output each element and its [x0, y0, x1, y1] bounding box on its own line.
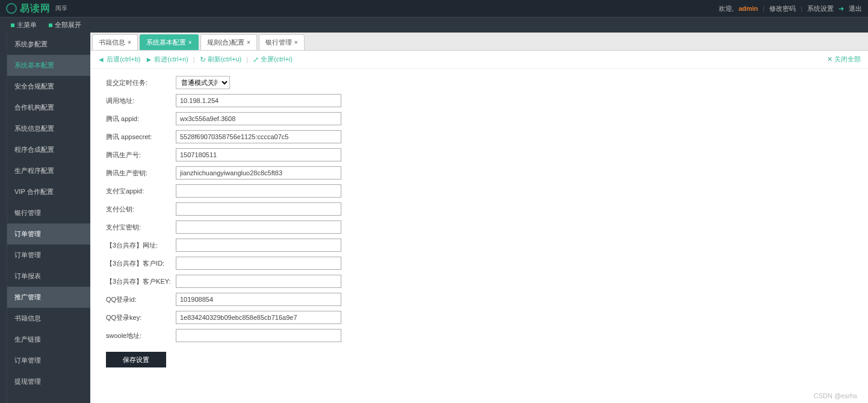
menu-main[interactable]: 主菜单: [11, 20, 37, 30]
form-row-appid: 腾讯 appid:: [106, 112, 852, 125]
tab-rules[interactable]: 规则(合)配置 ×: [200, 34, 257, 50]
form-row-qqid: QQ登录id:: [106, 293, 852, 306]
input-coexurl[interactable]: [176, 239, 341, 252]
close-icon: ✕: [827, 55, 832, 63]
sidebar-item-prodprogram[interactable]: 生产程序配置: [7, 160, 90, 181]
fullscreen-label: 全屏(ctrl+i): [261, 55, 293, 64]
sidebar-item-orderreport[interactable]: 订单报表: [7, 266, 90, 287]
sidebar-item-withdraw[interactable]: 提现管理: [7, 371, 90, 392]
close-icon[interactable]: ×: [294, 39, 298, 46]
sidebar-item-partner[interactable]: 合作机构配置: [7, 97, 90, 118]
forward-button[interactable]: ► 前进(ctrl+n): [145, 55, 188, 64]
input-alipaykey[interactable]: [176, 220, 341, 234]
forward-label: 前进(ctrl+n): [154, 55, 188, 64]
form-row-crontask: 提交定时任务: 普通模式关闭: [106, 76, 852, 89]
label-coexkey: 【3台共存】客户KEY:: [106, 277, 176, 286]
label-mchid: 腾讯生产号:: [106, 151, 176, 160]
tab-sysbasic[interactable]: 系统基本配置 ×: [140, 34, 199, 50]
body-wrap: 系统参配置 系统基本配置 安全合规配置 合作机构配置 系统信息配置 程序合成配置…: [0, 33, 868, 403]
sidebar-strip: [0, 33, 7, 403]
sidebar: 系统参配置 系统基本配置 安全合规配置 合作机构配置 系统信息配置 程序合成配置…: [7, 33, 90, 403]
input-callurl[interactable]: [176, 94, 341, 107]
label-qqkey: QQ登录key:: [106, 313, 176, 322]
main: 书籍信息 × 系统基本配置 × 规则(合)配置 × 银行管理 × ◄ 后退(ct…: [90, 33, 868, 403]
sidebar-item-sysparam[interactable]: 系统参配置: [7, 34, 90, 55]
form-row-mchkey: 腾讯生产密钥:: [106, 166, 852, 180]
input-mchid[interactable]: [176, 148, 341, 161]
tab-bank[interactable]: 银行管理 ×: [259, 34, 305, 50]
sidebar-item-promo[interactable]: 推广管理: [7, 287, 90, 308]
input-swoole[interactable]: [176, 329, 341, 342]
input-qqkey[interactable]: [176, 311, 341, 324]
input-qqid[interactable]: [176, 293, 341, 306]
sidebar-item-bank[interactable]: 银行管理: [7, 202, 90, 223]
label-coexurl: 【3台共存】网址:: [106, 241, 176, 250]
sep: |: [246, 56, 248, 63]
link-change-pw[interactable]: 修改密码: [769, 4, 796, 13]
fullscreen-icon: ⤢: [253, 55, 259, 64]
logo: 易读网 阅享: [6, 2, 67, 15]
tab-bookinfo[interactable]: 书籍信息 ×: [92, 34, 138, 50]
close-icon[interactable]: ×: [128, 39, 131, 46]
logo-icon: [6, 3, 17, 14]
label-mchkey: 腾讯生产密钥:: [106, 169, 176, 178]
form-row-callurl: 调用地址:: [106, 94, 852, 107]
dot-icon: [49, 23, 52, 27]
label-alipayid: 支付宝appid:: [106, 187, 176, 196]
sidebar-item-bookinfo[interactable]: 书籍信息: [7, 308, 90, 329]
close-icon[interactable]: ×: [188, 39, 192, 46]
sep: |: [763, 5, 764, 12]
back-label: 后退(ctrl+b): [107, 55, 141, 64]
input-alipayid[interactable]: [176, 184, 341, 198]
sidebar-item-sysbasic[interactable]: 系统基本配置: [7, 55, 90, 76]
refresh-icon: ↻: [200, 55, 206, 64]
forward-icon: ►: [145, 55, 152, 64]
page-toolbar: ◄ 后退(ctrl+b) ► 前进(ctrl+n) | ↻ 刷新(ctrl+u)…: [90, 51, 868, 69]
back-button[interactable]: ◄ 后退(ctrl+b): [98, 55, 140, 64]
sidebar-item-orders2[interactable]: 订单管理: [7, 245, 90, 266]
sidebar-item-prodlink[interactable]: 生产链接: [7, 329, 90, 350]
logo-sub: 阅享: [55, 4, 67, 13]
back-icon: ◄: [98, 55, 105, 64]
menubar: 主菜单 全部展开: [0, 17, 868, 33]
label-alipaykey: 支付宝密钥:: [106, 223, 176, 232]
refresh-button[interactable]: ↻ 刷新(ctrl+u): [200, 55, 242, 64]
input-appsecret[interactable]: [176, 130, 341, 143]
label-paypub: 支付公钥:: [106, 205, 176, 214]
fullscreen-button[interactable]: ⤢ 全屏(ctrl+i): [253, 55, 293, 64]
input-mchkey[interactable]: [176, 166, 341, 180]
label-qqid: QQ登录id:: [106, 295, 176, 304]
sep: |: [193, 56, 195, 63]
topbar: 易读网 阅享 欢迎, admin | 修改密码 | 系统设置 ➜ 退出: [0, 0, 868, 17]
close-icon[interactable]: ×: [247, 39, 250, 46]
input-appid[interactable]: [176, 112, 341, 125]
save-button[interactable]: 保存设置: [106, 352, 166, 367]
select-crontask[interactable]: 普通模式关闭: [176, 76, 230, 89]
form-row-alipayid: 支付宝appid:: [106, 184, 852, 198]
sidebar-item-security[interactable]: 安全合规配置: [7, 76, 90, 97]
form-row-coexkey: 【3台共存】客户KEY:: [106, 275, 852, 288]
menu-expand-all[interactable]: 全部展开: [49, 20, 81, 30]
label-callurl: 调用地址:: [106, 96, 176, 105]
form-row-appsecret: 腾讯 appsecret:: [106, 130, 852, 143]
input-coexid[interactable]: [176, 257, 341, 270]
link-settings[interactable]: 系统设置: [807, 4, 834, 13]
input-coexkey[interactable]: [176, 275, 341, 288]
input-paypub[interactable]: [176, 202, 341, 216]
logo-text: 易读网: [20, 2, 51, 15]
form-row-mchid: 腾讯生产号:: [106, 148, 852, 161]
form-row-coexurl: 【3台共存】网址:: [106, 239, 852, 252]
form-row-swoole: swoole地址:: [106, 329, 852, 342]
sep: |: [801, 5, 802, 12]
sidebar-item-sysinfo[interactable]: 系统信息配置: [7, 118, 90, 139]
tabbar: 书籍信息 × 系统基本配置 × 规则(合)配置 × 银行管理 ×: [90, 33, 868, 51]
menu-main-label: 主菜单: [17, 20, 37, 30]
label-crontask: 提交定时任务:: [106, 78, 176, 87]
sidebar-item-orders[interactable]: 订单管理: [7, 223, 90, 245]
sidebar-item-vip[interactable]: VIP 合作配置: [7, 181, 90, 202]
close-all-button[interactable]: ✕ 关闭全部: [827, 55, 861, 64]
link-logout[interactable]: 退出: [849, 4, 862, 13]
welcome-label: 欢迎,: [719, 4, 734, 13]
sidebar-item-orders3[interactable]: 订单管理: [7, 350, 90, 371]
sidebar-item-programgen[interactable]: 程序合成配置: [7, 139, 90, 160]
